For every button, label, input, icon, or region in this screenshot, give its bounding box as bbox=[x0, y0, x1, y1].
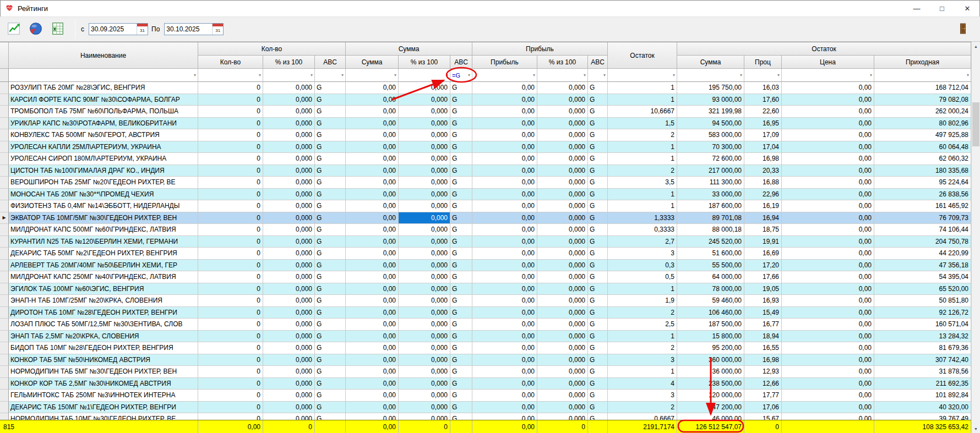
cell-kolvo_pct[interactable]: 0,000 bbox=[263, 106, 315, 118]
cell-pribyl_abc[interactable]: G bbox=[588, 141, 608, 154]
cell-prihodnaya[interactable]: 211 692,35 bbox=[874, 378, 971, 390]
cell-ost_summa[interactable]: 245 520,00 bbox=[677, 236, 744, 248]
cell-summa_pct[interactable]: 0,000 bbox=[399, 390, 450, 402]
cell-kolvo[interactable]: 0 bbox=[198, 283, 263, 295]
cell-proc[interactable]: 16,98 bbox=[744, 153, 782, 165]
excel-export-button[interactable] bbox=[47, 19, 68, 40]
cell-proc[interactable]: 16,95 bbox=[744, 118, 782, 130]
cell-kolvo_pct[interactable]: 0,000 bbox=[263, 165, 315, 177]
cell-proc[interactable]: 17,60 bbox=[744, 94, 782, 106]
date-from-input[interactable] bbox=[89, 24, 137, 35]
cell-kolvo_abc[interactable]: G bbox=[315, 82, 346, 94]
cell-prihodnaya[interactable]: 168 712,04 bbox=[874, 82, 971, 94]
cell-name[interactable]: ТРОМБОПОЛ ТАБ 75МГ №60\ПОЛЬФАРМА, ПОЛЬША bbox=[9, 106, 198, 118]
cell-kolvo[interactable]: 0 bbox=[198, 236, 263, 248]
cell-kolvo[interactable]: 0 bbox=[198, 82, 263, 94]
cell-cena[interactable]: 0,00 bbox=[782, 354, 874, 366]
filter-pribyl-pct[interactable]: ▾ bbox=[537, 69, 588, 82]
cell-kolvo[interactable]: 0 bbox=[198, 189, 263, 201]
cell-proc[interactable]: 20,33 bbox=[744, 165, 782, 177]
cell-summa[interactable]: 0,00 bbox=[346, 378, 399, 390]
table-row[interactable]: УРИКЛАР КАПС №30\РОТАФАРМ, ВЕЛИКОБРИТАНИ… bbox=[0, 118, 971, 130]
cell-summa_pct[interactable]: 0,000 bbox=[399, 118, 450, 130]
cell-pribyl_pct[interactable]: 0,000 bbox=[537, 141, 588, 154]
cell-ost_summa[interactable]: 187 500,00 bbox=[677, 319, 744, 331]
cell-name[interactable]: КАРСИЛ ФОРТЕ КАПС 90МГ №30\СОФАРМА, БОЛГ… bbox=[9, 94, 198, 106]
cell-name[interactable]: МОНОСАН ТАБ 20МГ №30**\ПРОМЕД ЧЕХИЯ bbox=[9, 189, 198, 201]
cell-pribyl[interactable]: 0,00 bbox=[472, 390, 537, 402]
cell-pribyl_pct[interactable]: 0,000 bbox=[537, 390, 588, 402]
cell-ostatok[interactable]: 3 bbox=[608, 248, 677, 260]
cell-summa[interactable]: 0,00 bbox=[346, 200, 399, 212]
filter-proc[interactable]: ▾ bbox=[744, 69, 782, 82]
cell-summa_abc[interactable]: G bbox=[450, 236, 472, 248]
pie-chart-button[interactable] bbox=[25, 19, 46, 40]
cell-summa_abc[interactable]: G bbox=[450, 212, 472, 224]
cell-kolvo_abc[interactable]: G bbox=[315, 106, 346, 118]
cell-pribyl_abc[interactable]: G bbox=[588, 129, 608, 141]
chart-report-button[interactable] bbox=[3, 19, 24, 40]
cell-kolvo_pct[interactable]: 0,000 bbox=[263, 94, 315, 106]
cell-summa_abc[interactable]: G bbox=[450, 165, 472, 177]
cell-name[interactable]: КОНКОР ТАБ 5МГ №50\НИКОМЕД АВСТРИЯ bbox=[9, 354, 198, 366]
cell-cena[interactable]: 0,00 bbox=[782, 378, 874, 390]
table-row[interactable]: ЛОЗАП ПЛЮС ТАБ 50МГ/12,5МГ №30\ЗЕНТИВА, … bbox=[0, 319, 971, 331]
table-row[interactable]: УРОЛЕСАН СИРОП 180МЛ\АРТЕРИУМ, УКРАИНА00… bbox=[0, 153, 971, 165]
cell-ost_summa[interactable]: 187 600,00 bbox=[677, 200, 744, 212]
cell-name[interactable]: РОЗУЛИП ТАБ 20МГ №28\ЭГИС, ВЕНГРИЯ bbox=[9, 82, 198, 94]
cell-kolvo_abc[interactable]: G bbox=[315, 118, 346, 130]
header-summa[interactable]: Сумма bbox=[346, 56, 399, 69]
cell-summa[interactable]: 0,00 bbox=[346, 295, 399, 307]
cell-proc[interactable]: 22,60 bbox=[744, 106, 782, 118]
table-row[interactable]: КОНКОР КОР ТАБ 2,5МГ №30\НИКОМЕД АВСТРИЯ… bbox=[0, 378, 971, 390]
header-proc[interactable]: Проц bbox=[744, 56, 782, 69]
cell-summa_abc[interactable]: G bbox=[450, 189, 472, 201]
cell-kolvo_abc[interactable]: G bbox=[315, 200, 346, 212]
table-row[interactable]: МОНОСАН ТАБ 20МГ №30**\ПРОМЕД ЧЕХИЯ00,00… bbox=[0, 189, 971, 201]
cell-pribyl_abc[interactable]: G bbox=[588, 248, 608, 260]
cell-cena[interactable]: 0,00 bbox=[782, 366, 874, 378]
cell-summa_pct[interactable]: 0,000 bbox=[399, 248, 450, 260]
cell-summa[interactable]: 0,00 bbox=[346, 342, 399, 354]
cell-ostatok[interactable]: 1 bbox=[608, 200, 677, 212]
cell-summa[interactable]: 0,00 bbox=[346, 165, 399, 177]
cell-name[interactable]: КОНВУЛЕКС ТАБ 500МГ №50\ГЕРОТ, АВСТРИЯ bbox=[9, 129, 198, 141]
cell-pribyl_abc[interactable]: G bbox=[588, 118, 608, 130]
cell-kolvo[interactable]: 0 bbox=[198, 118, 263, 130]
cell-pribyl_abc[interactable]: G bbox=[588, 413, 608, 420]
cell-cena[interactable]: 0,00 bbox=[782, 118, 874, 130]
cell-summa_pct[interactable]: 0,000 bbox=[399, 283, 450, 295]
cell-pribyl_abc[interactable]: G bbox=[588, 260, 608, 272]
cell-summa_pct[interactable]: 0,000 bbox=[399, 342, 450, 354]
filter-kolvo-pct[interactable]: ▾ bbox=[263, 69, 315, 82]
cell-cena[interactable]: 0,00 bbox=[782, 189, 874, 201]
cell-kolvo_pct[interactable]: 0,000 bbox=[263, 331, 315, 343]
cell-ostatok[interactable]: 2 bbox=[608, 402, 677, 414]
cell-pribyl_pct[interactable]: 0,000 bbox=[537, 295, 588, 307]
table-row[interactable]: МИЛДРОНАТ КАПС 250МГ №40\ГРИНДЕКС, ЛАТВИ… bbox=[0, 271, 971, 283]
cell-kolvo[interactable]: 0 bbox=[198, 224, 263, 236]
cell-prihodnaya[interactable]: 65 520,00 bbox=[874, 283, 971, 295]
cell-summa[interactable]: 0,00 bbox=[346, 82, 399, 94]
header-summa-pct[interactable]: % из 100 bbox=[399, 56, 450, 69]
cell-pribyl_pct[interactable]: 0,000 bbox=[537, 94, 588, 106]
cell-pribyl[interactable]: 0,00 bbox=[472, 271, 537, 283]
cell-pribyl[interactable]: 0,00 bbox=[472, 413, 537, 420]
cell-kolvo_pct[interactable]: 0,000 bbox=[263, 236, 315, 248]
cell-pribyl[interactable]: 0,00 bbox=[472, 402, 537, 414]
cell-proc[interactable]: 15,49 bbox=[744, 307, 782, 319]
cell-name[interactable]: УРОЛЕСАН СИРОП 180МЛ\АРТЕРИУМ, УКРАИНА bbox=[9, 153, 198, 165]
cell-pribyl[interactable]: 0,00 bbox=[472, 200, 537, 212]
cell-proc[interactable]: 16,03 bbox=[744, 82, 782, 94]
cell-kolvo_abc[interactable]: G bbox=[315, 260, 346, 272]
cell-prihodnaya[interactable]: 160 571,04 bbox=[874, 319, 971, 331]
cell-pribyl[interactable]: 0,00 bbox=[472, 366, 537, 378]
cell-ostatok[interactable]: 0,3 bbox=[608, 260, 677, 272]
cell-pribyl_pct[interactable]: 0,000 bbox=[537, 342, 588, 354]
cell-name[interactable]: ЭНАП-Н ТАБ 10МГ/25МГ №20\КРКА, СЛОВЕНИЯ bbox=[9, 295, 198, 307]
cell-kolvo_abc[interactable]: G bbox=[315, 224, 346, 236]
cell-pribyl_pct[interactable]: 0,000 bbox=[537, 248, 588, 260]
cell-pribyl_pct[interactable]: 0,000 bbox=[537, 271, 588, 283]
cell-kolvo_abc[interactable]: G bbox=[315, 413, 346, 420]
cell-summa_abc[interactable]: G bbox=[450, 402, 472, 414]
